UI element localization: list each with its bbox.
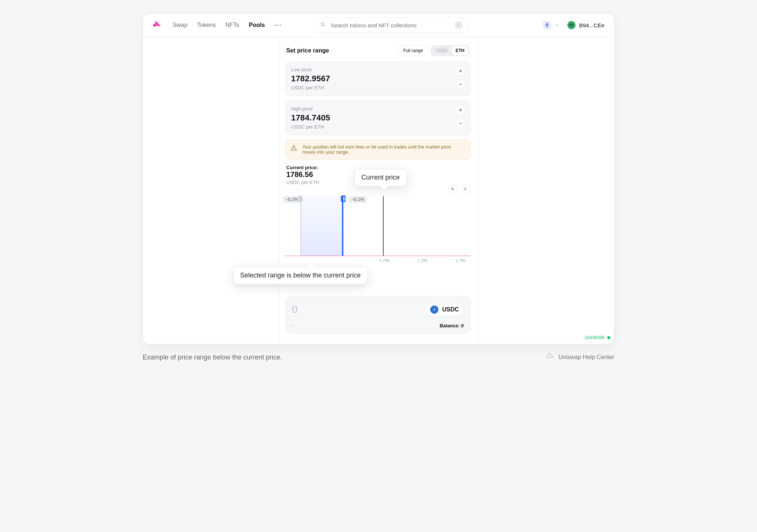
svg-point-4: [572, 25, 573, 25]
block-number-badge: 18436496: [585, 335, 610, 340]
base-token-segment[interactable]: USDC ETH: [431, 45, 469, 56]
right-offset-chip: −0.1%: [349, 196, 367, 203]
nav-nfts[interactable]: NFTs: [225, 22, 239, 28]
seg-eth[interactable]: ETH: [452, 46, 468, 55]
nav-tokens[interactable]: Tokens: [197, 22, 216, 28]
zoom-out-button[interactable]: [461, 184, 470, 194]
main-nav: Swap Tokens NFTs Pools: [173, 22, 281, 28]
figure-caption: Example of price range below the current…: [143, 354, 282, 361]
range-right-handle[interactable]: [342, 196, 343, 256]
nav-swap[interactable]: Swap: [173, 22, 187, 28]
x-axis-ticks: 1,788 1,789 1,790: [285, 258, 471, 263]
wallet-address: B94...CEe: [579, 22, 604, 28]
drag-grip-icon: [343, 197, 346, 201]
low-price-label: Low price: [291, 67, 465, 72]
warning-text: Your position will not earn fees or be u…: [302, 144, 465, 155]
seg-usdc[interactable]: USDC: [432, 46, 452, 55]
svg-point-5: [293, 149, 294, 150]
nav-more-button[interactable]: [275, 25, 281, 26]
svg-point-0: [321, 23, 324, 25]
zoom-in-button[interactable]: [448, 184, 458, 194]
low-price-unit: USDC per ETH: [291, 85, 465, 91]
svg-rect-2: [570, 24, 573, 25]
search-icon: [320, 21, 326, 29]
low-price-increment[interactable]: [456, 66, 465, 76]
chain-selector[interactable]: [539, 18, 562, 32]
wallet-button[interactable]: B94...CEe: [567, 21, 604, 29]
search-shortcut: /: [455, 21, 462, 29]
callout-current-price: Current price: [354, 169, 407, 186]
x-axis: [285, 256, 471, 256]
nav-pools[interactable]: Pools: [249, 22, 265, 28]
uniswap-logo: [153, 20, 162, 30]
current-price-line: [383, 196, 384, 256]
high-price-increment[interactable]: [456, 105, 465, 115]
deposit-amount-input[interactable]: 0: [292, 304, 298, 316]
deposit-card: 0 USDC - Balance: 0: [285, 296, 471, 334]
status-dot-icon: [607, 336, 610, 339]
wallet-avatar: [567, 21, 576, 29]
deposit-usd-approx: -: [292, 322, 294, 329]
low-price-decrement[interactable]: [456, 79, 465, 89]
search-input[interactable]: [330, 22, 451, 29]
low-price-card: Low price 1782.9567 USDC per ETH: [285, 61, 471, 96]
full-range-button[interactable]: Full range: [398, 45, 428, 56]
high-price-label: High price: [291, 106, 465, 112]
help-center-credit: Uniswap Help Center: [547, 352, 614, 362]
deposit-token-label: USDC: [442, 306, 459, 313]
high-price-unit: USDC per ETH: [291, 124, 465, 130]
selected-range-area: [301, 196, 342, 256]
svg-point-3: [570, 25, 571, 25]
high-price-card: High price 1784.7405 USDC per ETH: [285, 100, 471, 135]
range-warning: Your position will not earn fees or be u…: [285, 140, 471, 160]
price-range-chart[interactable]: Current price −0.2% −0.1% 1,788 1,789 1: [285, 194, 471, 275]
deposit-balance: Balance: 0: [439, 323, 464, 328]
low-price-value[interactable]: 1782.9567: [291, 74, 465, 83]
high-price-decrement[interactable]: [456, 119, 465, 128]
usdc-icon: [430, 306, 438, 314]
deposit-token-selector[interactable]: USDC: [425, 303, 464, 316]
search-wrapper: /: [313, 17, 469, 33]
section-title: Set price range: [286, 47, 329, 54]
warning-icon: [291, 144, 297, 152]
chevron-down-icon: [554, 23, 559, 27]
callout-range-below: Selected range is below the current pric…: [233, 267, 368, 284]
ethereum-icon: [543, 21, 551, 30]
high-price-value[interactable]: 1784.7405: [291, 113, 465, 123]
unicorn-outline-icon: [547, 352, 555, 362]
